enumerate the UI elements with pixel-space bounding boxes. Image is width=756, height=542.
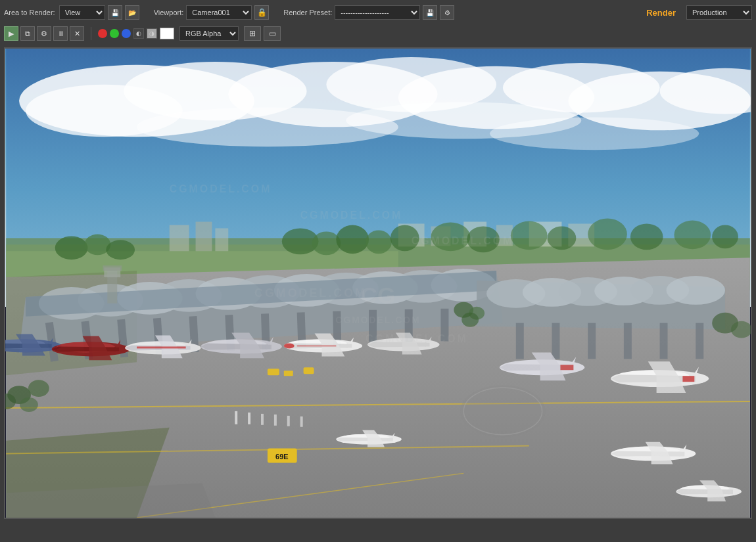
svg-point-184 [461, 313, 479, 327]
lock-viewport-btn[interactable]: 🔒 [254, 5, 269, 20]
svg-rect-103 [137, 346, 186, 348]
svg-point-40 [712, 225, 738, 248]
svg-point-185 [460, 385, 545, 438]
svg-rect-170 [274, 415, 277, 426]
svg-rect-79 [624, 323, 632, 359]
svg-point-25 [55, 236, 88, 260]
mono-light-btn[interactable]: ◑ [147, 28, 157, 39]
svg-rect-161 [268, 369, 279, 375]
settings-icon: ⚙ [41, 30, 47, 38]
svg-point-29 [312, 231, 341, 255]
svg-text:CGMODEL.COM: CGMODEL.COM [335, 315, 420, 325]
svg-marker-146 [388, 438, 393, 441]
render-frame-btn[interactable]: ▶ [4, 26, 18, 41]
viewport-group: Viewport: Camera001 🔒 [154, 5, 270, 20]
svg-marker-150 [611, 451, 680, 457]
production-select[interactable]: Production [686, 5, 752, 20]
svg-point-37 [588, 219, 627, 250]
render-copy-btn[interactable]: ⧉ [20, 26, 35, 41]
svg-text:CGMODEL.COM: CGMODEL.COM [366, 333, 468, 344]
area-to-render-select[interactable]: View [59, 5, 105, 20]
svg-rect-78 [588, 323, 596, 359]
svg-point-179 [20, 397, 38, 412]
save-icon: 💾 [111, 9, 119, 16]
render-frame-icon: ▶ [9, 30, 14, 38]
svg-marker-153 [678, 452, 684, 457]
svg-rect-167 [235, 411, 237, 424]
render-preset-label: Render Preset: [283, 9, 332, 16]
render-button[interactable]: Render [641, 7, 681, 19]
svg-point-177 [28, 380, 49, 397]
svg-text:CGMODEL.COM: CGMODEL.COM [300, 210, 403, 221]
toolbar-row1: Area to Render: View 💾 📂 Viewport: Camer… [4, 3, 752, 22]
red-channel-dot[interactable] [98, 29, 107, 38]
green-channel-dot[interactable] [110, 29, 119, 38]
toolbar-area: Area to Render: View 💾 📂 Viewport: Camer… [0, 0, 756, 45]
copy-icon: ⧉ [25, 30, 30, 38]
svg-marker-109 [266, 344, 272, 349]
render-area: 69E [4, 47, 752, 519]
open-render-btn[interactable]: 📂 [125, 5, 139, 20]
svg-text:CGMODEL.COM: CGMODEL.COM [170, 183, 272, 194]
preset-settings-btn[interactable]: ⚙ [440, 5, 454, 20]
mono-dark-btn[interactable]: ◐ [133, 28, 144, 39]
svg-point-38 [630, 224, 663, 250]
svg-point-63 [667, 276, 725, 305]
view-half-btn[interactable]: ▭ [264, 26, 281, 41]
svg-rect-80 [660, 323, 668, 359]
scene-svg: 69E [5, 49, 751, 518]
left-icons-group: ▶ ⧉ ⚙ ⏸ ✕ [4, 26, 84, 41]
svg-marker-116 [346, 344, 352, 348]
preset-save-icon: 💾 [426, 9, 434, 16]
svg-rect-162 [284, 371, 293, 376]
svg-rect-16 [170, 225, 189, 251]
svg-point-31 [366, 230, 392, 254]
svg-point-39 [674, 221, 711, 250]
preset-save-btn[interactable]: 💾 [423, 5, 437, 20]
viewport-label: Viewport: [154, 9, 184, 16]
svg-rect-17 [196, 222, 212, 252]
svg-text:CGMODEL.COM: CGMODEL.COM [412, 235, 514, 246]
save-render-btn[interactable]: 💾 [108, 5, 122, 20]
svg-point-27 [106, 240, 135, 260]
viewport-select[interactable]: Camera001 [186, 5, 252, 20]
channel-select[interactable]: RGB Alpha [179, 26, 239, 41]
render-settings-btn[interactable]: ⚙ [37, 26, 51, 41]
white-rect-swatch[interactable] [160, 28, 174, 39]
gear-icon: ⚙ [444, 9, 450, 16]
svg-rect-172 [300, 417, 303, 427]
svg-point-35 [511, 221, 548, 250]
channel-select-group: RGB Alpha [179, 26, 239, 41]
svg-rect-189 [103, 265, 122, 271]
svg-rect-168 [248, 413, 250, 424]
view-format-group: ⊞ ▭ [244, 26, 281, 41]
svg-marker-87 [47, 344, 52, 348]
render-preset-select[interactable]: -------------------- [335, 5, 420, 20]
render-stop-btn[interactable]: ✕ [70, 26, 84, 41]
stop-icon: ✕ [74, 30, 80, 38]
svg-point-30 [336, 225, 369, 254]
svg-marker-94 [114, 347, 119, 351]
render-viewport: 69E [5, 49, 751, 518]
svg-point-36 [548, 226, 577, 250]
svg-marker-101 [185, 346, 191, 350]
svg-rect-132 [560, 365, 573, 370]
view-full-btn[interactable]: ⊞ [244, 26, 261, 41]
svg-rect-81 [696, 323, 703, 359]
svg-rect-18 [215, 228, 228, 251]
svg-rect-169 [261, 414, 264, 425]
svg-text:CGMODEL.COM: CGMODEL.COM [254, 286, 367, 300]
svg-rect-119 [297, 345, 337, 346]
render-pause-btn[interactable]: ⏸ [53, 26, 68, 41]
render-preset-group: Render Preset: -------------------- 💾 ⚙ [283, 5, 454, 20]
svg-text:69E: 69E [275, 453, 288, 461]
area-select-group: View 💾 📂 [59, 5, 139, 20]
svg-text:CG: CG [360, 282, 396, 309]
blue-channel-dot[interactable] [122, 29, 131, 38]
pause-icon: ⏸ [57, 30, 64, 37]
svg-point-118 [284, 343, 295, 348]
render-button-group: Render Production [641, 5, 752, 20]
toolbar-row2: ▶ ⧉ ⚙ ⏸ ✕ ◐ ◑ RGB Alph [4, 25, 752, 42]
svg-rect-171 [287, 416, 290, 426]
area-to-render-label: Area to Render: [4, 9, 55, 16]
